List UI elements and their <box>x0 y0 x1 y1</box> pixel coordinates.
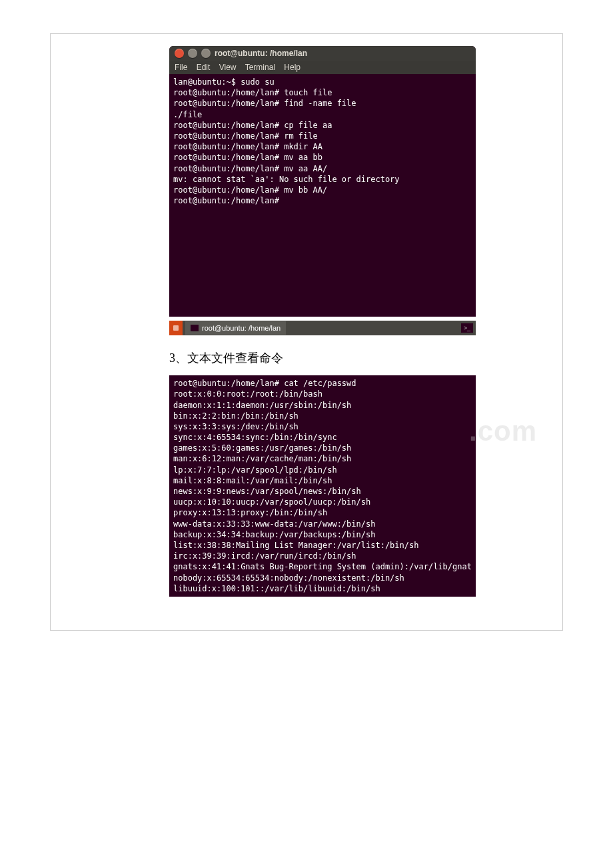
terminal-line: backup:x:34:34:backup:/var/backups:/bin/… <box>173 530 375 539</box>
terminal-line: list:x:38:38:Mailing List Manager:/var/l… <box>173 541 418 550</box>
minimize-icon[interactable] <box>188 49 197 58</box>
terminal-line: root@ubuntu:/home/lan# mv aa AA/ <box>173 164 327 173</box>
menu-terminal[interactable]: Terminal <box>245 63 275 72</box>
terminal-line: root@ubuntu:/home/lan# <box>173 196 279 205</box>
taskbar-tray-icon[interactable]: >_ <box>461 323 473 333</box>
close-icon[interactable] <box>175 49 184 58</box>
menu-view[interactable]: View <box>219 63 237 72</box>
taskbar: root@ubuntu: /home/lan >_ <box>169 321 476 335</box>
menu-file[interactable]: File <box>175 63 187 72</box>
terminal-line: root:x:0:0:root:/root:/bin/bash <box>173 389 322 399</box>
terminal-output[interactable]: lan@ubuntu:~$ sudo su root@ubuntu:/home/… <box>169 74 476 317</box>
section-heading: 3、文本文件查看命令 <box>169 350 549 366</box>
watermark-overlay: root@ubuntu:/home/lan# cat /etc/passwd r… <box>169 375 549 597</box>
content-column: root@ubuntu: /home/lan File Edit View Te… <box>169 34 549 630</box>
taskbar-item-label: root@ubuntu: /home/lan <box>202 324 281 332</box>
terminal-line: lp:x:7:7:lp:/var/spool/lpd:/bin/sh <box>173 465 337 475</box>
terminal-line: root@ubuntu:/home/lan# cat /etc/passwd <box>173 379 356 388</box>
terminal-line: man:x:6:12:man:/var/cache/man:/bin/sh <box>173 454 351 463</box>
menubar: File Edit View Terminal Help <box>169 61 476 74</box>
terminal-line: www-data:x:33:33:www-data:/var/www:/bin/… <box>173 519 375 529</box>
terminal-line: root@ubuntu:/home/lan# find -name file <box>173 99 356 108</box>
terminal-line: root@ubuntu:/home/lan# rm file <box>173 131 318 141</box>
terminal-line: nobody:x:65534:65534:nobody:/nonexistent… <box>173 573 404 583</box>
window-title: root@ubuntu: /home/lan <box>215 49 307 58</box>
terminal-line: news:x:9:9:news:/var/spool/news:/bin/sh <box>173 487 361 496</box>
launcher-icon <box>173 325 179 331</box>
terminal-line: ./file <box>173 110 202 119</box>
terminal-output-passwd: root@ubuntu:/home/lan# cat /etc/passwd r… <box>169 375 476 597</box>
terminal-line: daemon:x:1:1:daemon:/usr/sbin:/bin/sh <box>173 401 351 410</box>
terminal-line: sync:x:4:65534:sync:/bin:/bin/sync <box>173 433 337 442</box>
taskbar-launcher[interactable] <box>169 321 183 335</box>
terminal-line: root@ubuntu:/home/lan# mkdir AA <box>173 142 322 151</box>
terminal-line: games:x:5:60:games:/usr/games:/bin/sh <box>173 443 351 453</box>
terminal-line: libuuid:x:100:101::/var/lib/libuuid:/bin… <box>173 584 380 593</box>
terminal-line: bin:x:2:2:bin:/bin:/bin/sh <box>173 411 299 421</box>
terminal-line: root@ubuntu:/home/lan# cp file aa <box>173 121 332 130</box>
terminal-line: mail:x:8:8:mail:/var/mail:/bin/sh <box>173 476 332 485</box>
terminal-window: root@ubuntu: /home/lan File Edit View Te… <box>169 46 476 317</box>
terminal-line: root@ubuntu:/home/lan# mv bb AA/ <box>173 185 327 195</box>
terminal-line: gnats:x:41:41:Gnats Bug-Reporting System… <box>173 562 472 571</box>
terminal-line: irc:x:39:39:ircd:/var/run/ircd:/bin/sh <box>173 551 356 561</box>
terminal-line: root@ubuntu:/home/lan# mv aa bb <box>173 153 322 162</box>
terminal-line: proxy:x:13:13:proxy:/bin:/bin/sh <box>173 508 327 517</box>
terminal-line: mv: cannot stat `aa': No such file or di… <box>173 175 400 184</box>
taskbar-item-terminal[interactable]: root@ubuntu: /home/lan <box>185 321 286 335</box>
terminal-line: uucp:x:10:10:uucp:/var/spool/uucp:/bin/s… <box>173 497 370 507</box>
document-page: root@ubuntu: /home/lan File Edit View Te… <box>50 33 563 631</box>
terminal-icon <box>191 325 199 331</box>
menu-edit[interactable]: Edit <box>197 63 211 72</box>
menu-help[interactable]: Help <box>284 63 301 72</box>
window-titlebar[interactable]: root@ubuntu: /home/lan <box>169 46 476 61</box>
terminal-line: root@ubuntu:/home/lan# touch file <box>173 88 332 97</box>
terminal-line: sys:x:3:3:sys:/dev:/bin/sh <box>173 422 299 431</box>
terminal-line: lan@ubuntu:~$ sudo su <box>173 77 275 87</box>
maximize-icon[interactable] <box>201 49 211 58</box>
